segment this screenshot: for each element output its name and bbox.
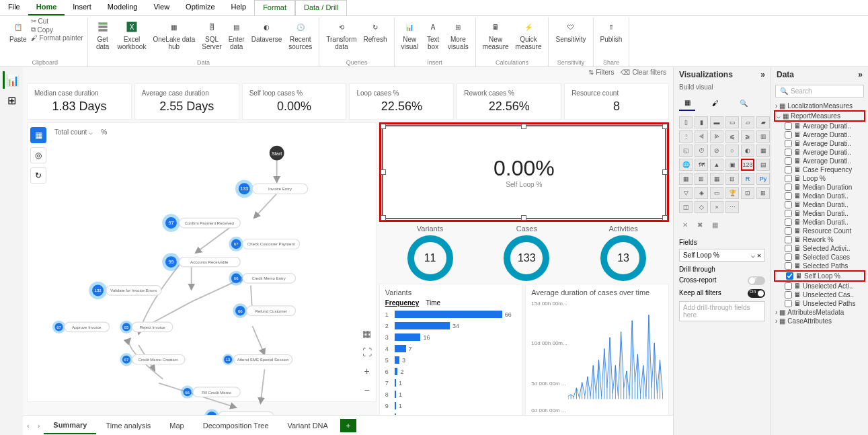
- field-menu-icon[interactable]: ⌵ ✕: [751, 251, 761, 259]
- kpi-card[interactable]: Loop cases %22.56%: [349, 83, 454, 120]
- menu-insert[interactable]: Insert: [65, 0, 100, 15]
- field-item[interactable]: 🖩Resource Count: [774, 227, 865, 235]
- viz-type-button[interactable]: ⫺: [741, 130, 754, 143]
- transform-button[interactable]: ⟲Transform data: [323, 17, 359, 58]
- viz-type-button[interactable]: ▦: [756, 145, 770, 157]
- field-checkbox[interactable]: [785, 175, 792, 182]
- enter-data-button[interactable]: ▤Enter data: [226, 17, 247, 58]
- build-visual-tab[interactable]: ▦: [679, 95, 695, 111]
- viz-type-button[interactable]: ▦: [679, 173, 693, 185]
- collapse-icon[interactable]: »: [858, 70, 863, 79]
- viz-type-button[interactable]: R: [741, 173, 754, 185]
- field-checkbox[interactable]: [785, 184, 792, 191]
- field-checkbox[interactable]: [785, 262, 792, 270]
- menu-modeling[interactable]: Modeling: [100, 0, 146, 15]
- fullscreen-icon[interactable]: ⛶: [360, 345, 374, 360]
- menu-view[interactable]: View: [145, 0, 177, 15]
- kpi-card[interactable]: Resource count8: [564, 83, 669, 120]
- tab-variant-dna[interactable]: Variant DNA: [278, 418, 338, 434]
- field-item[interactable]: 🖩Unselected Cas..: [774, 290, 865, 299]
- quick-measure-button[interactable]: ⚡Quick measure: [513, 17, 545, 58]
- table-item[interactable]: ›▦LocalizationMeasures: [774, 102, 865, 110]
- publish-button[interactable]: ⇑Publish: [598, 17, 625, 58]
- table-item[interactable]: ›▦CaseAttributes: [774, 317, 865, 325]
- menu-file[interactable]: File: [0, 0, 28, 15]
- field-item[interactable]: 🖩Median Durati..: [774, 218, 865, 227]
- field-checkbox[interactable]: [785, 210, 792, 217]
- field-item[interactable]: 🖩Average Durati..: [774, 139, 865, 148]
- field-checkbox[interactable]: [785, 131, 792, 139]
- field-item[interactable]: 🖩Case Frequency: [774, 165, 865, 174]
- more-visuals-button[interactable]: ⊞More visuals: [445, 17, 471, 58]
- menu-help[interactable]: Help: [223, 0, 255, 15]
- viz-type-button[interactable]: ◈: [695, 187, 708, 199]
- field-item[interactable]: 🖩Rework %: [774, 235, 865, 244]
- field-checkbox[interactable]: [785, 245, 792, 252]
- tab-map[interactable]: Map: [160, 418, 193, 434]
- field-well[interactable]: Self Loop %⌵ ✕: [679, 249, 765, 262]
- viz-type-button[interactable]: ▭: [725, 116, 739, 128]
- process-map-visual[interactable]: ▦ ◎ ↻ Total count ⌵ %: [27, 122, 377, 402]
- paste-button[interactable]: 📋 Paste: [7, 17, 30, 58]
- collapse-icon[interactable]: »: [760, 70, 765, 79]
- model-view-button[interactable]: ⊞: [3, 91, 20, 109]
- zoom-grid-icon[interactable]: ▦: [360, 326, 374, 341]
- field-item[interactable]: 🖩Median Durati..: [774, 192, 865, 200]
- field-checkbox[interactable]: [785, 201, 792, 208]
- viz-type-button[interactable]: ⊞: [756, 187, 770, 199]
- tab-time-analysis[interactable]: Time analysis: [96, 418, 160, 434]
- viz-type-button[interactable]: ◫: [679, 201, 693, 213]
- viz-type-button[interactable]: ⫶: [679, 130, 693, 143]
- viz-type-button[interactable]: ⫷: [695, 130, 708, 143]
- clear-filters-button[interactable]: ⌫Clear filters: [621, 69, 666, 76]
- onelake-button[interactable]: ▦OneLake data hub: [150, 17, 198, 58]
- tool-icon[interactable]: ✕: [679, 219, 691, 231]
- viz-type-button[interactable]: ⫸: [710, 130, 723, 143]
- field-item[interactable]: 🖩Average Durati..: [774, 157, 865, 165]
- dataverse-button[interactable]: ◐Dataverse: [249, 17, 285, 58]
- kpi-card[interactable]: Average case duration2.55 Days: [134, 83, 239, 120]
- format-painter-button[interactable]: 🖌Format painter: [31, 34, 83, 42]
- viz-type-button[interactable]: ◱: [679, 145, 693, 157]
- kpi-card[interactable]: Rework cases %22.56%: [457, 83, 561, 120]
- viz-type-button[interactable]: ▭: [710, 187, 723, 199]
- copy-button[interactable]: ⧉Copy: [31, 26, 83, 34]
- donut-visual[interactable]: Activities13: [600, 225, 646, 281]
- viz-type-button[interactable]: ○: [725, 145, 739, 157]
- cross-report-toggle[interactable]: Off: [748, 276, 765, 285]
- field-item[interactable]: 🖩Selected Cases: [774, 253, 865, 262]
- textbox-button[interactable]: AText box: [422, 17, 444, 58]
- field-item[interactable]: 🖩Loop %: [774, 174, 865, 183]
- viz-type-button[interactable]: ▮: [695, 116, 708, 128]
- analytics-tab[interactable]: 🔍: [736, 95, 752, 111]
- viz-type-button[interactable]: ▬: [710, 116, 723, 128]
- avg-duration-visual[interactable]: Average duration of cases over time 15d …: [525, 284, 669, 415]
- process-measure-dropdown[interactable]: Total count ⌵: [54, 128, 93, 136]
- field-item[interactable]: 🖩Average Durati..: [774, 148, 865, 157]
- table-item[interactable]: ›▦AttributesMetadata: [774, 308, 865, 317]
- tool-icon[interactable]: ✖: [694, 219, 706, 231]
- field-item[interactable]: 🖩Unselected Paths: [774, 299, 865, 308]
- field-checkbox[interactable]: [786, 272, 793, 280]
- process-chart-button[interactable]: ◎: [30, 147, 46, 163]
- viz-type-button[interactable]: ▯: [679, 116, 693, 128]
- field-item[interactable]: 🖩Selected Paths: [774, 262, 865, 270]
- excel-button[interactable]: XExcel workbook: [115, 17, 149, 58]
- viz-type-button[interactable]: ⊡: [741, 187, 754, 199]
- tab-summary[interactable]: Summary: [44, 417, 96, 434]
- field-checkbox[interactable]: [785, 236, 792, 243]
- viz-type-button[interactable]: ⏱: [695, 145, 708, 157]
- field-checkbox[interactable]: [785, 149, 792, 156]
- kpi-card[interactable]: Self loop cases %0.00%: [242, 83, 347, 120]
- drill-well[interactable]: Add drill-through fields here: [679, 301, 765, 321]
- field-item[interactable]: 🖩Median Durati..: [774, 209, 865, 218]
- search-input[interactable]: 🔍Search: [775, 85, 864, 97]
- keep-filters-toggle[interactable]: On: [748, 289, 765, 298]
- cut-button[interactable]: ✂Cut: [31, 17, 83, 25]
- field-item[interactable]: 🖩Average Durati..: [774, 130, 865, 139]
- add-page-button[interactable]: +: [340, 419, 356, 432]
- sql-button[interactable]: 🗄SQL Server: [199, 17, 224, 58]
- viz-type-button[interactable]: ⫹: [725, 130, 739, 143]
- viz-type-button[interactable]: ▽: [679, 187, 693, 199]
- field-item[interactable]: 🖩Median Durati..: [774, 200, 865, 209]
